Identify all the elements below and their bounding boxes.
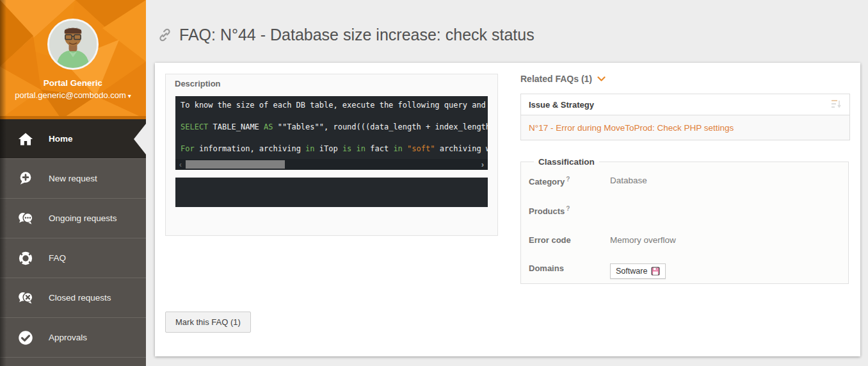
home-icon [17,130,35,148]
code-line [181,133,483,144]
floppy-disk-icon [651,267,660,276]
classification-fieldset: Classification Category?DatabaseProducts… [520,157,849,284]
sidebar-user-header: Portal Generic portal.generic@combodo.co… [0,0,146,119]
sidebar-item-home[interactable]: Home [0,119,146,158]
scroll-right-arrow-icon[interactable]: › [478,159,488,170]
faq-icon [17,249,35,267]
faq-table-header-label: Issue & Strategy [529,100,594,110]
tag-label: Software [616,267,647,276]
mark-faq-button[interactable]: Mark this FAQ (1) [165,312,251,333]
new-request-icon [17,170,35,188]
user-email-label: portal.generic@combodo.com [15,90,126,100]
ongoing-requests-icon [17,210,35,228]
sidebar-item-new-request[interactable]: New request [0,158,146,198]
sidebar-item-faq[interactable]: FAQ [0,238,146,278]
content-card: Description To know the size of each DB … [155,63,860,356]
user-name: Portal Generic [0,78,146,88]
code-line: To know the size of each DB table, execu… [181,100,483,111]
related-faqs-table: Issue & Strategy N°17 - Error during Mov… [520,94,850,140]
field-label: Products? [529,205,610,216]
sidebar-item-label: Closed requests [49,293,111,303]
code-line: SELECT TABLE_NAME AS ""Tables"", round((… [181,122,483,133]
classification-row-domains: DomainsSoftware [529,263,848,279]
classification-fields: Category?DatabaseProducts?Error codeMemo… [529,176,848,279]
scrollbar-thumb[interactable] [186,160,285,169]
sidebar-item-approvals[interactable]: Approvals [0,317,146,357]
sidebar: Portal Generic portal.generic@combodo.co… [0,0,146,366]
faq-table-row: N°17 - Error during MoveToProd: Check PH… [521,115,849,140]
page-title: FAQ: N°44 - Database size increase: chec… [157,26,534,44]
main-area: FAQ: N°44 - Database size increase: chec… [146,0,868,366]
page-title-text: FAQ: N°44 - Database size increase: chec… [179,26,534,44]
sidebar-item-label: FAQ [49,253,66,263]
chevron-down-icon [597,74,606,84]
sidebar-nav: HomeNew requestOngoing requestsFAQClosed… [0,119,146,366]
field-value: Database [610,176,647,185]
user-menu-toggle[interactable]: portal.generic@combodo.com▾ [0,90,146,100]
related-faqs-toggle[interactable]: Related FAQs (1) [520,74,606,84]
description-panel: Description To know the size of each DB … [165,74,498,236]
field-value: Memory overflow [610,235,676,245]
help-question-mark[interactable]: ? [566,205,570,212]
domain-tag-chip[interactable]: Software [610,263,666,279]
closed-requests-icon [17,289,35,307]
code-line [181,111,483,122]
scroll-left-arrow-icon[interactable]: ‹ [175,159,186,170]
sidebar-item-closed-requests[interactable]: Closed requests [0,278,146,317]
field-label: Error code [529,235,610,245]
classification-legend: Classification [534,157,599,167]
sidebar-item-label: Home [49,134,73,144]
sidebar-item-ongoing-requests[interactable]: Ongoing requests [0,198,146,238]
field-label: Domains [529,263,610,273]
related-faqs-heading: Related FAQs (1) [520,74,592,84]
sidebar-item-label: Approvals [49,333,87,342]
help-question-mark[interactable]: ? [566,176,570,183]
description-code-block: To know the size of each DB table, execu… [175,96,488,159]
faq-table-header-row: Issue & Strategy [521,94,849,115]
avatar-illustration [49,21,97,68]
description-label: Description [175,79,221,88]
code-line: For information, archiving in iTop is in… [181,144,483,154]
caret-down-icon: ▾ [128,92,131,99]
field-label: Category? [529,176,610,187]
sidebar-item-label: New request [49,174,97,183]
link-icon [157,28,172,42]
sidebar-item-label: Ongoing requests [49,213,117,223]
itop-portal-app: Portal Generic portal.generic@combodo.co… [0,0,868,366]
code-horizontal-scrollbar[interactable]: ‹ › [175,159,488,170]
scrollbar-track[interactable] [186,159,478,170]
related-faq-link[interactable]: N°17 - Error during MoveToProd: Check PH… [529,123,734,133]
classification-row-category: Category?Database [529,176,848,187]
user-avatar [47,19,99,70]
faq-table-body: N°17 - Error during MoveToProd: Check PH… [521,115,849,140]
classification-row-error-code: Error codeMemory overflow [529,235,848,245]
description-code-block-empty [175,178,488,207]
sidebar-item-partial [0,357,146,366]
sort-icon[interactable] [832,99,842,110]
classification-row-products: Products? [529,205,848,216]
approvals-icon [17,329,35,347]
